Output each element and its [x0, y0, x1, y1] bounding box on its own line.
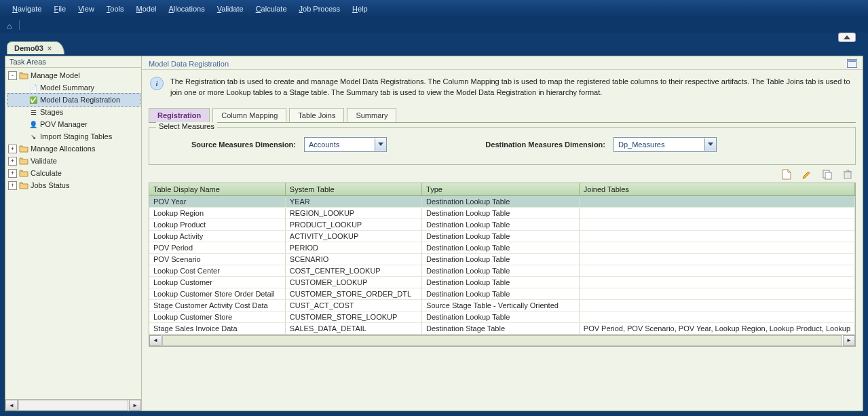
chevron-down-icon[interactable]: [704, 138, 716, 151]
table-row[interactable]: POV ScenarioSCENARIODestination Lookup T…: [149, 253, 855, 265]
cell: Destination Lookup Table: [422, 230, 580, 242]
column-type[interactable]: Type: [422, 183, 580, 196]
table-row[interactable]: Lookup ProductPRODUCT_LOOKUPDestination …: [149, 219, 855, 230]
tab-table-joins[interactable]: Table Joins: [289, 108, 344, 122]
chevron-down-icon[interactable]: [375, 138, 386, 151]
collapse-icon[interactable]: -: [8, 71, 17, 80]
table-row[interactable]: POV PeriodPERIODDestination Lookup Table: [149, 242, 855, 253]
scroll-right-button[interactable]: ►: [843, 335, 855, 346]
table-row[interactable]: Lookup Customer StoreCUSTOMER_STORE_LOOK…: [149, 311, 855, 322]
grid-hscroll[interactable]: ◄ ►: [149, 335, 855, 346]
expand-icon[interactable]: +: [8, 169, 17, 178]
table-row[interactable]: Stage Sales Invoice DataSALES_DATA_DETAI…: [149, 322, 855, 334]
subtabs: RegistrationColumn MappingTable JoinsSum…: [149, 108, 856, 123]
svg-rect-5: [844, 172, 851, 178]
workspace-tabstrip: Demo03 ×: [7, 41, 64, 54]
cell: YEAR: [285, 195, 421, 207]
cell: COST_CENTER_LOOKUP: [285, 265, 421, 276]
table-row[interactable]: Lookup ActivityACTIVITY_LOOKUPDestinatio…: [149, 230, 855, 242]
scroll-track[interactable]: [162, 335, 842, 346]
tree-item-jobs-status[interactable]: +Jobs Status: [8, 179, 140, 191]
cell: Source Stage Table - Vertically Oriented: [422, 299, 580, 311]
tree-item-model-data-registration[interactable]: ✅Model Data Registration: [7, 93, 140, 107]
tree-item-manage-model[interactable]: -Manage Model: [8, 69, 140, 81]
menu-view[interactable]: View: [73, 3, 100, 14]
cell: Lookup Customer Store Order Detail: [149, 288, 285, 299]
tab-column-mapping[interactable]: Column Mapping: [212, 108, 286, 122]
menu-navigate[interactable]: Navigate: [7, 3, 47, 14]
menu-calculate[interactable]: Calculate: [250, 3, 293, 14]
menu-help[interactable]: Help: [347, 3, 373, 14]
expand-icon[interactable]: +: [8, 181, 17, 190]
dest-measures-combo[interactable]: Dp_Measures: [614, 137, 717, 152]
scroll-right-button[interactable]: ►: [129, 400, 141, 411]
svg-marker-0: [844, 35, 850, 39]
cell: PERIOD: [285, 242, 421, 253]
cell: Destination Lookup Table: [422, 253, 580, 265]
expand-icon[interactable]: +: [8, 145, 17, 153]
table-row[interactable]: Lookup Cost CenterCOST_CENTER_LOOKUPDest…: [149, 265, 855, 276]
cell: Destination Lookup Table: [422, 242, 580, 253]
column-joined-tables[interactable]: Joined Tables: [579, 183, 854, 196]
maximize-icon[interactable]: [847, 59, 857, 68]
new-icon[interactable]: [781, 169, 792, 180]
main-panel: Model Data Registration i The Registrati…: [142, 56, 863, 411]
tree-item-validate[interactable]: +Validate: [8, 155, 140, 167]
svg-rect-4: [825, 172, 831, 179]
column-table-display-name[interactable]: Table Display Name: [149, 183, 285, 196]
table-row[interactable]: Lookup RegionREGION_LOOKUPDestination Lo…: [149, 207, 855, 219]
tree-item-import-staging-tables[interactable]: ↘Import Staging Tables: [8, 130, 140, 143]
menu-model[interactable]: Model: [131, 3, 162, 14]
cell: [579, 230, 854, 242]
menu-allocations[interactable]: Allocations: [164, 3, 210, 14]
cell: REGION_LOOKUP: [285, 207, 421, 219]
table-row[interactable]: Stage Customer Activity Cost DataCUST_AC…: [149, 299, 855, 311]
tree-item-calculate[interactable]: +Calculate: [8, 167, 140, 179]
table-row[interactable]: Lookup CustomerCUSTOMER_LOOKUPDestinatio…: [149, 276, 855, 288]
tree-item-label: Validate: [31, 157, 57, 165]
delete-icon[interactable]: [842, 169, 853, 180]
dest-measures-label: Destination Measures Dimension:: [449, 140, 605, 149]
close-icon[interactable]: ×: [48, 44, 52, 52]
tree-item-model-summary[interactable]: 📄Model Summary: [8, 81, 140, 94]
edit-icon[interactable]: [801, 169, 812, 180]
sidebar-hscroll[interactable]: ◄ ►: [5, 399, 141, 411]
folder-icon: [19, 145, 29, 153]
cell: CUSTOMER_STORE_LOOKUP: [285, 311, 421, 322]
table-row[interactable]: POV YearYEARDestination Lookup Table: [149, 195, 855, 207]
cell: Destination Lookup Table: [422, 195, 580, 207]
folder-icon: [19, 169, 29, 177]
svg-marker-2: [708, 143, 713, 146]
scroll-track[interactable]: [18, 400, 128, 411]
cell: Destination Lookup Table: [422, 265, 580, 276]
collapse-up-button[interactable]: [838, 33, 856, 42]
workspace-tab-label: Demo03: [14, 44, 43, 52]
cell: Stage Customer Activity Cost Data: [149, 299, 285, 311]
info-row: i The Registration tab is used to create…: [142, 70, 863, 108]
tab-registration[interactable]: Registration: [149, 108, 210, 122]
cell: Destination Lookup Table: [422, 276, 580, 288]
tree-item-pov-manager[interactable]: 👤POV Manager: [8, 118, 140, 130]
cell: Destination Lookup Table: [422, 207, 580, 219]
menu-tools[interactable]: Tools: [101, 3, 130, 14]
table-row[interactable]: Lookup Customer Store Order DetailCUSTOM…: [149, 288, 855, 299]
source-measures-combo[interactable]: Accounts: [304, 137, 387, 152]
tab-summary[interactable]: Summary: [347, 108, 396, 122]
tree-item-manage-allocations[interactable]: +Manage Allocations: [8, 143, 140, 155]
tree-item-stages[interactable]: ☰Stages: [8, 106, 140, 118]
home-icon[interactable]: [7, 21, 15, 29]
cell: [579, 207, 854, 219]
expand-icon[interactable]: +: [8, 157, 17, 166]
menu-validate[interactable]: Validate: [212, 3, 249, 14]
copy-icon[interactable]: [822, 169, 833, 180]
cell: [579, 242, 854, 253]
column-system-table[interactable]: System Table: [285, 183, 421, 196]
breadcrumb: [0, 18, 868, 33]
scroll-left-button[interactable]: ◄: [5, 400, 18, 411]
workspace-tab[interactable]: Demo03 ×: [7, 41, 64, 54]
cell: SALES_DATA_DETAIL: [285, 322, 421, 334]
menu-file[interactable]: File: [48, 3, 71, 14]
menu-job-process[interactable]: Job Process: [294, 3, 346, 14]
scroll-left-button[interactable]: ◄: [149, 335, 162, 346]
cell: [579, 195, 854, 207]
